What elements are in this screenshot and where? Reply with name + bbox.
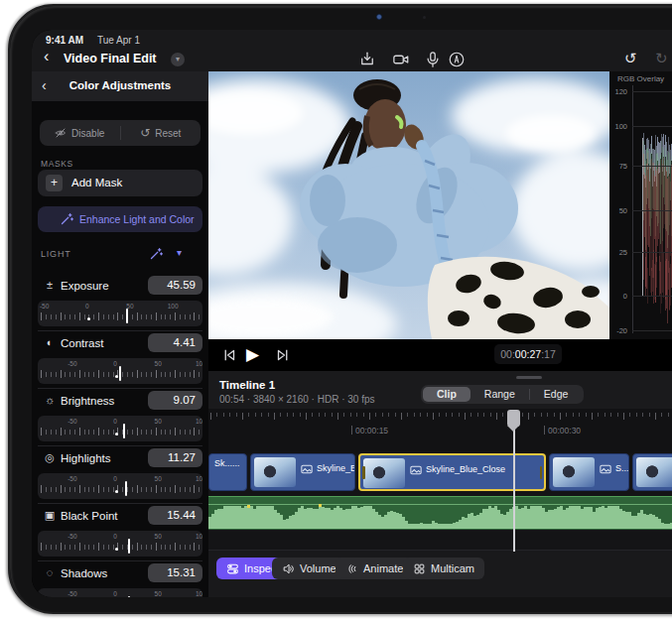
slider-label: Exposure [61,280,109,292]
slider-label: Black Point [61,510,118,522]
slider-default-dot [87,317,90,320]
slider-thumb[interactable] [125,481,127,496]
exposure-icon: ± [42,279,58,291]
collapse-chevron-icon[interactable]: ▾ [177,247,182,258]
playhead-line[interactable] [513,427,515,552]
photo-icon [410,465,422,475]
multicam-button[interactable]: Multicam [403,558,484,579]
eye-off-icon [55,127,67,139]
panel-title: Color Adjustments [32,79,208,91]
pencil-annotate-icon[interactable] [447,51,467,68]
scope-axis-label: -20 [609,326,627,335]
black-point-slider-track[interactable]: -50050100 [38,531,202,557]
exposure-slider-track[interactable]: -50050100 [38,301,202,326]
undo-icon[interactable]: ↺ [624,50,637,67]
audio-track[interactable] [208,496,672,530]
mode-clip[interactable]: Clip [423,387,470,402]
contrast-value[interactable]: 4.41 [148,333,202,352]
ipad-device: 9:41 AM Tue Apr 1 ‹ Video Final Edit ▾ [8,4,672,614]
slider-brightness: ☼ Brightness 9.07 -50050100 [32,391,208,442]
disable-reset-group: Disable ↺ Reset [40,120,201,146]
screen: 9:41 AM Tue Apr 1 ‹ Video Final Edit ▾ [32,30,672,597]
edit-mode-control: Clip Range Edge [421,385,584,404]
title-dropdown-icon[interactable]: ▾ [171,53,185,66]
mode-edge[interactable]: Edge [530,387,583,402]
slider-thumb[interactable] [123,424,125,438]
black-point-value[interactable]: 15.44 [148,506,202,525]
audio-waveform [208,497,672,530]
shadows-icon: ◌ [42,566,58,578]
auto-enhance-icon[interactable] [149,246,164,261]
slider-thumb[interactable] [128,539,130,554]
import-icon[interactable] [357,51,377,68]
redo-icon[interactable]: ↻ [655,50,668,67]
slider-default-dot [115,375,118,378]
timecode[interactable]: 00:00:27:17 [494,344,562,364]
sensor-dot [423,16,426,19]
scope-axis-label: 120 [609,87,627,96]
camera-icon[interactable] [391,51,411,68]
slider-label: Contrast [61,337,103,349]
enhance-light-color-button[interactable]: Enhance Light and Color [38,206,202,232]
clip-partial-left[interactable]: Sk...... [208,453,247,491]
timeline-ruler[interactable]: 00:00:15 00:00:30 [208,409,672,453]
slider-default-dot [115,490,118,493]
video-track: Sk...... Skyline_Blue_Wide Skyline_Blue_… [208,453,672,491]
ruler-label: 00:00:30 [544,426,581,435]
clip-skyline-blue-close[interactable]: Skyline_Blue_Close [358,453,546,491]
clip-skyline-short[interactable]: S...... [549,453,629,491]
plus-icon: + [46,175,63,191]
timeline-toolbar: Inspect Volume Animate Multicam [208,550,672,597]
drag-handle[interactable] [516,376,542,379]
skip-start-icon[interactable] [220,346,238,364]
shadows-value[interactable]: 15.31 [148,563,202,582]
shadows-slider-track[interactable]: -50050100 [38,588,202,597]
front-camera [376,14,382,20]
contrast-icon: ◐ [42,336,58,348]
clip-partial-right[interactable] [632,453,672,491]
timeline-section: Timeline 1 00:54 · 3840 × 2160 · HDR · 3… [208,371,672,597]
reset-button[interactable]: ↺ Reset [121,120,202,146]
brightness-slider-track[interactable]: -50050100 [38,416,202,441]
play-icon[interactable]: ▶ [246,346,268,364]
slider-thumb[interactable] [119,366,121,381]
disable-button[interactable]: Disable [40,120,120,146]
highlights-slider-track[interactable]: -50050100 [38,473,202,499]
status-date: Tue Apr 1 [97,35,140,46]
ruler-label: 00:00:15 [351,426,388,435]
slider-thumb[interactable] [126,309,128,323]
magic-wand-icon [60,211,74,226]
back-chevron-icon[interactable]: ‹ [44,49,49,64]
slider-exposure: ± Exposure 45.59 -50050100 [32,276,208,327]
highlights-value[interactable]: 11.27 [148,448,202,467]
mode-range[interactable]: Range [470,387,529,402]
panel-header: ‹ Color Adjustments [32,71,208,101]
add-mask-button[interactable]: + Add Mask [38,170,202,196]
trim-handle-left[interactable] [362,466,365,479]
brightness-icon: ☼ [42,394,58,406]
scope-title: RGB Overlay [617,74,664,83]
clip-skyline-blue-wide[interactable]: Skyline_Blue_Wide [250,453,355,491]
microphone-icon[interactable] [423,51,443,68]
rgb-overlay-scope: RGB Overlay 1201007550250-20 [609,71,672,339]
highlights-icon: ◎ [42,451,58,464]
clip-thumbnail [553,457,595,487]
slider-default-dot [115,548,118,551]
exposure-value[interactable]: 45.59 [148,276,202,295]
slider-thumb[interactable] [128,596,130,597]
photo-icon [301,464,313,474]
slider-highlights: ◎ Highlights 11.27 -50050100 [32,448,208,500]
clip-thumbnail [254,457,296,487]
slider-label: Brightness [61,395,114,407]
skip-end-icon[interactable] [274,346,292,364]
slider-default-dot [115,433,118,435]
timeline-name: Timeline 1 [219,379,275,391]
playhead-handle[interactable] [507,410,520,427]
brightness-value[interactable]: 9.07 [148,391,202,410]
playhead-tip [507,426,519,432]
animate-button[interactable]: Animate [336,558,413,579]
top-toolbar: 9:41 AM Tue Apr 1 ‹ Video Final Edit ▾ [32,30,672,71]
contrast-slider-track[interactable]: -50050100 [38,358,202,384]
trim-handle-right[interactable] [540,466,543,479]
slider-black-point: ▣ Black Point 15.44 -50050100 [32,506,208,558]
